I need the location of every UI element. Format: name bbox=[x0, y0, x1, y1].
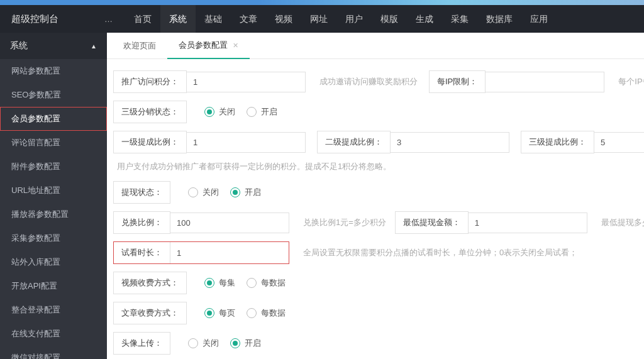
sidebar-item-external-config[interactable]: 站外入库配置 bbox=[0, 250, 107, 274]
radio-icon bbox=[204, 278, 214, 288]
radio-label: 开启 bbox=[245, 187, 261, 198]
video-per-data-radio[interactable]: 每数据 bbox=[247, 277, 286, 289]
radio-label: 开启 bbox=[261, 106, 277, 118]
video-per-episode-radio[interactable]: 每集 bbox=[204, 277, 235, 289]
radio-label: 关闭 bbox=[203, 187, 219, 198]
nav-video[interactable]: 视频 bbox=[266, 5, 301, 33]
preview-input[interactable] bbox=[170, 243, 289, 263]
per-ip-limit-input[interactable] bbox=[486, 72, 604, 92]
top-nav: 首页 系统 基础 文章 视频 网址 用户 模版 生成 采集 数据库 应用 bbox=[125, 5, 557, 33]
nav-article[interactable]: 文章 bbox=[231, 5, 266, 33]
sidebar-item-website-config[interactable]: 网站参数配置 bbox=[0, 59, 107, 83]
tabs: 欢迎页面 会员参数配置 ✕ bbox=[107, 33, 644, 59]
per-ip-limit-label: 每IP限制： bbox=[429, 70, 486, 93]
sidebar-item-comment-config[interactable]: 评论留言配置 bbox=[0, 131, 107, 155]
sidebar-header[interactable]: 系统 ▲ bbox=[0, 33, 107, 59]
sidebar-item-payment-config[interactable]: 在线支付配置 bbox=[0, 322, 107, 346]
article-per-page-radio[interactable]: 每页 bbox=[204, 307, 235, 319]
level3-input[interactable] bbox=[594, 132, 644, 153]
radio-icon bbox=[230, 338, 240, 348]
radio-icon bbox=[188, 187, 198, 197]
radio-label: 每页 bbox=[219, 307, 235, 319]
nav-template[interactable]: 模版 bbox=[372, 5, 407, 33]
radio-label: 开启 bbox=[245, 338, 261, 349]
close-icon[interactable]: ✕ bbox=[233, 41, 238, 50]
radio-icon bbox=[204, 308, 214, 318]
sidebar-item-collect-config[interactable]: 采集参数配置 bbox=[0, 226, 107, 250]
distribution-status-label: 三级分销状态： bbox=[113, 101, 187, 123]
level2-label: 二级提成比例： bbox=[317, 131, 391, 153]
nav-database[interactable]: 数据库 bbox=[477, 5, 521, 33]
radio-icon bbox=[247, 308, 257, 318]
nav-basic[interactable]: 基础 bbox=[196, 5, 231, 33]
exchange-help: 兑换比例1元=多少积分 bbox=[303, 217, 386, 228]
radio-label: 每数据 bbox=[261, 307, 286, 319]
header: 超级控制台 … 首页 系统 基础 文章 视频 网址 用户 模版 生成 采集 数据… bbox=[0, 5, 644, 33]
caret-up-icon: ▲ bbox=[91, 43, 97, 50]
sidebar-item-api-config[interactable]: 开放API配置 bbox=[0, 274, 107, 298]
preview-help: 全局设置无权限需要积分点播的试看时长，单位分钟；0表示关闭全局试看； bbox=[303, 247, 577, 258]
sidebar-item-url-config[interactable]: URL地址配置 bbox=[0, 179, 107, 202]
avatar-open-radio[interactable]: 开启 bbox=[230, 338, 261, 349]
video-fee-label: 视频收费方式： bbox=[113, 272, 187, 294]
tab-welcome[interactable]: 欢迎页面 bbox=[112, 33, 167, 58]
preview-label: 试看时长： bbox=[114, 242, 170, 263]
withdraw-status-label: 提现状态： bbox=[113, 181, 170, 204]
tab-label: 会员参数配置 bbox=[179, 40, 228, 51]
radio-label: 每数据 bbox=[261, 277, 286, 289]
sidebar-item-player-config[interactable]: 播放器参数配置 bbox=[0, 202, 107, 226]
sidebar-item-login-config[interactable]: 整合登录配置 bbox=[0, 298, 107, 322]
sidebar-item-seo-config[interactable]: SEO参数配置 bbox=[0, 83, 107, 107]
sidebar: 系统 ▲ 网站参数配置 SEO参数配置 会员参数配置 评论留言配置 附件参数配置… bbox=[0, 33, 107, 359]
level1-label: 一级提成比例： bbox=[113, 131, 187, 153]
article-per-data-radio[interactable]: 每数据 bbox=[247, 307, 286, 319]
radio-icon bbox=[230, 187, 240, 197]
min-withdraw-help: 最低提现多少金额。 bbox=[601, 217, 644, 228]
nav-url[interactable]: 网址 bbox=[301, 5, 336, 33]
content: 欢迎页面 会员参数配置 ✕ 推广访问积分： 成功邀请访问赚取奖励积分 每IP限制… bbox=[107, 33, 644, 359]
distribution-open-radio[interactable]: 开启 bbox=[247, 106, 277, 118]
level3-label: 三级提成比例： bbox=[521, 131, 594, 153]
more-menu[interactable]: … bbox=[104, 14, 113, 24]
sidebar-item-member-config[interactable]: 会员参数配置 bbox=[0, 107, 107, 131]
nav-home[interactable]: 首页 bbox=[125, 5, 160, 33]
promotion-points-input[interactable] bbox=[187, 72, 306, 92]
sidebar-title: 系统 bbox=[10, 40, 28, 52]
radio-icon bbox=[247, 107, 257, 117]
promotion-help: 成功邀请访问赚取奖励积分 bbox=[319, 76, 418, 87]
commission-desc: 用户支付成功分销推广者都可获得一定比例的积分。提成不足1积分将忽略。 bbox=[117, 161, 638, 172]
level2-input[interactable] bbox=[391, 132, 509, 153]
per-ip-limit-help: 每个IP每日限制可以获取几次推广访 bbox=[618, 76, 644, 87]
nav-collect[interactable]: 采集 bbox=[442, 5, 477, 33]
level1-input[interactable] bbox=[187, 132, 306, 153]
exchange-input[interactable] bbox=[170, 213, 289, 233]
sidebar-item-attachment-config[interactable]: 附件参数配置 bbox=[0, 155, 107, 179]
nav-generate[interactable]: 生成 bbox=[407, 5, 442, 33]
nav-system[interactable]: 系统 bbox=[160, 5, 196, 33]
withdraw-open-radio[interactable]: 开启 bbox=[230, 187, 261, 198]
article-fee-label: 文章收费方式： bbox=[113, 302, 187, 324]
brand-title: 超级控制台 bbox=[11, 13, 104, 25]
min-withdraw-input[interactable] bbox=[469, 213, 587, 233]
exchange-label: 兑换比例： bbox=[113, 211, 170, 234]
radio-icon bbox=[204, 107, 214, 117]
distribution-closed-radio[interactable]: 关闭 bbox=[204, 106, 235, 118]
sidebar-item-wechat-config[interactable]: 微信对接配置 bbox=[0, 346, 107, 359]
promotion-points-label: 推广访问积分： bbox=[113, 70, 187, 93]
withdraw-closed-radio[interactable]: 关闭 bbox=[188, 187, 219, 198]
radio-label: 关闭 bbox=[219, 106, 235, 118]
radio-icon bbox=[247, 278, 257, 288]
form-area: 推广访问积分： 成功邀请访问赚取奖励积分 每IP限制： 每个IP每日限制可以获取… bbox=[107, 59, 644, 359]
radio-label: 关闭 bbox=[203, 338, 219, 349]
avatar-closed-radio[interactable]: 关闭 bbox=[188, 338, 219, 349]
tab-label: 欢迎页面 bbox=[123, 40, 156, 52]
radio-icon bbox=[188, 338, 198, 348]
min-withdraw-label: 最低提现金额： bbox=[395, 211, 469, 234]
avatar-upload-label: 头像上传： bbox=[113, 332, 170, 355]
radio-label: 每集 bbox=[219, 277, 235, 289]
nav-user[interactable]: 用户 bbox=[336, 5, 372, 33]
nav-app[interactable]: 应用 bbox=[521, 5, 557, 33]
tab-member-config[interactable]: 会员参数配置 ✕ bbox=[167, 33, 250, 59]
